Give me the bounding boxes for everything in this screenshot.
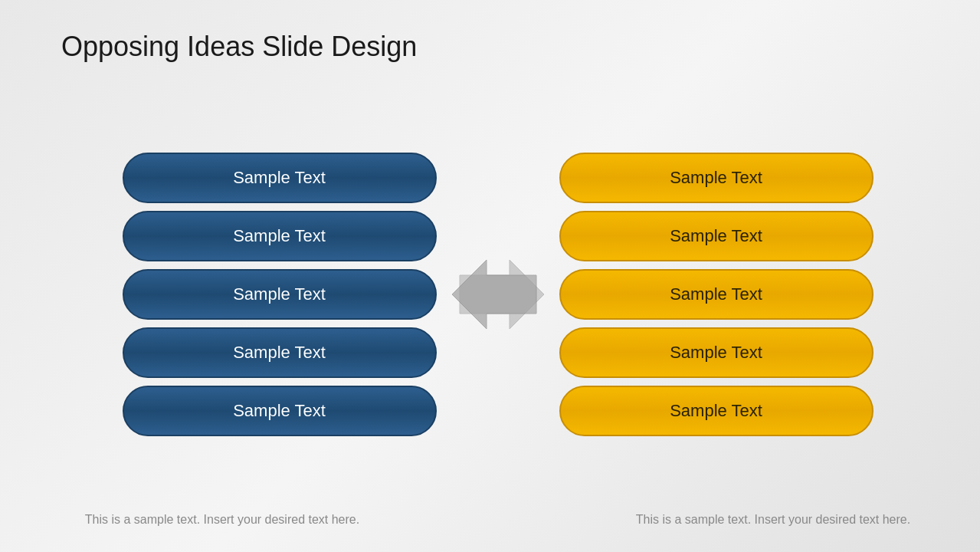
right-pill-2: Sample Text (559, 211, 873, 261)
right-column: Sample Text Sample Text Sample Text Samp… (559, 153, 873, 436)
right-pill-5: Sample Text (559, 386, 873, 436)
left-column: Sample Text Sample Text Sample Text Samp… (123, 153, 437, 436)
left-pill-5: Sample Text (123, 386, 437, 436)
right-description: This is a sample text. Insert your desir… (628, 511, 919, 529)
left-pill-2: Sample Text (123, 211, 437, 261)
left-pill-4: Sample Text (123, 327, 437, 378)
right-pill-1: Sample Text (559, 153, 873, 203)
left-pill-1: Sample Text (123, 153, 437, 203)
svg-marker-1 (452, 260, 536, 329)
arrows-center (437, 233, 559, 356)
left-description: This is a sample text. Insert your desir… (77, 511, 368, 529)
page-title: Opposing Ideas Slide Design (61, 31, 934, 63)
left-pill-3: Sample Text (123, 269, 437, 320)
right-pill-4: Sample Text (559, 327, 873, 378)
right-pill-3: Sample Text (559, 269, 873, 320)
